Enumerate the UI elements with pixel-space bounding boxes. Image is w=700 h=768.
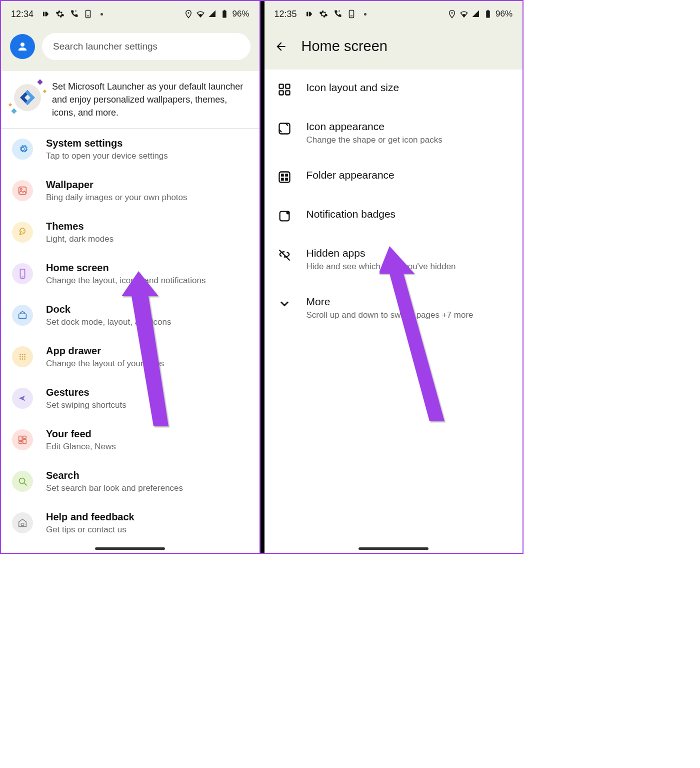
item-subtitle: Tap to open your device settings — [46, 151, 248, 161]
svg-point-47 — [286, 211, 290, 215]
svg-rect-26 — [19, 442, 22, 444]
svg-rect-4 — [223, 11, 227, 18]
status-icon — [305, 10, 314, 19]
svg-rect-45 — [285, 178, 288, 181]
home-screen-item[interactable]: Folder appearance — [264, 157, 523, 196]
settings-item[interactable]: App drawer Change the layout of your app… — [1, 336, 260, 378]
svg-rect-36 — [279, 85, 283, 89]
sparkle-icon — [11, 108, 16, 114]
svg-rect-24 — [23, 436, 26, 439]
gesture-handle[interactable] — [358, 547, 428, 550]
location-icon — [448, 10, 456, 19]
svg-point-21 — [22, 358, 24, 360]
signal-icon — [472, 10, 480, 19]
home-screen-item[interactable]: More Scroll up and down to switch pages … — [264, 284, 523, 332]
item-icon — [12, 471, 33, 492]
status-icon — [42, 10, 50, 19]
svg-rect-42 — [281, 174, 284, 177]
home-screen-list[interactable]: Icon layout and size Icon appearance Cha… — [264, 70, 523, 553]
profile-avatar[interactable] — [10, 34, 35, 59]
status-bar: 12:34 96% — [1, 1, 260, 27]
back-arrow-icon[interactable] — [274, 40, 288, 53]
svg-point-8 — [21, 231, 22, 232]
item-title: Your feed — [46, 428, 248, 440]
status-dot — [364, 13, 366, 16]
svg-rect-44 — [281, 178, 284, 181]
item-title: Wallpaper — [46, 179, 248, 191]
wifi-icon — [460, 10, 468, 19]
item-title: App drawer — [46, 345, 248, 357]
svg-rect-5 — [224, 10, 226, 11]
item-subtitle: Scroll up and down to switch pages +7 mo… — [306, 310, 474, 320]
phone-status-icon — [333, 10, 342, 19]
item-icon — [12, 429, 33, 450]
gesture-handle[interactable] — [95, 547, 165, 550]
svg-rect-34 — [486, 11, 490, 18]
item-icon — [278, 297, 292, 311]
svg-rect-39 — [286, 91, 290, 95]
item-icon — [12, 139, 33, 160]
settings-item[interactable]: Wallpaper Bing daily images or your own … — [1, 170, 260, 212]
svg-point-22 — [24, 358, 26, 360]
item-title: Dock — [46, 304, 248, 315]
settings-item[interactable]: Your feed Edit Glance, News — [1, 419, 260, 461]
screenshot-divider — [260, 1, 264, 553]
svg-rect-30 — [306, 12, 308, 17]
svg-rect-29 — [21, 523, 24, 526]
settings-item[interactable]: Themes Light, dark modes — [1, 212, 260, 253]
svg-point-16 — [24, 354, 26, 355]
status-bar: 12:35 96% — [264, 1, 523, 27]
sparkle-icon — [43, 90, 46, 93]
settings-item[interactable]: System settings Tap to open your device … — [1, 129, 260, 170]
sparkle-icon — [8, 103, 12, 107]
svg-rect-43 — [285, 174, 288, 177]
svg-rect-6 — [19, 187, 26, 195]
item-title: Notification badges — [306, 208, 396, 220]
svg-point-33 — [451, 12, 452, 14]
svg-rect-23 — [19, 436, 22, 441]
item-subtitle: Light, dark modes — [46, 234, 248, 244]
svg-rect-41 — [279, 172, 290, 183]
home-screen-item[interactable]: Hidden apps Hide and see which ones you'… — [264, 235, 523, 284]
settings-item[interactable]: Dock Set dock mode, layout, and icons — [1, 295, 260, 336]
home-screen-item[interactable]: Icon appearance Change the shape or get … — [264, 109, 523, 157]
device-status-icon — [347, 10, 356, 19]
settings-list[interactable]: System settings Tap to open your device … — [1, 129, 260, 553]
item-icon — [278, 209, 292, 223]
item-title: Search — [46, 470, 248, 481]
settings-status-icon — [319, 10, 328, 19]
item-title: Home screen — [46, 262, 248, 274]
item-subtitle: Change the shape or get icon packs — [306, 135, 442, 145]
search-input[interactable]: Search launcher settings — [42, 33, 250, 60]
settings-item[interactable]: Search Set search bar look and preferenc… — [1, 461, 260, 502]
home-screen-item[interactable]: Notification badges — [264, 196, 523, 235]
item-subtitle: Set swiping shortcuts — [46, 400, 248, 410]
item-title: Help and feedback — [46, 511, 248, 523]
launcher-banner[interactable]: Set Microsoft Launcher as your default l… — [1, 71, 260, 129]
page-header: Home screen — [264, 27, 523, 70]
settings-status-icon — [56, 10, 64, 19]
item-title: Icon appearance — [306, 121, 442, 133]
settings-item[interactable]: Home screen Change the layout, icons, an… — [1, 253, 260, 295]
item-title: Themes — [46, 221, 248, 232]
svg-point-9 — [23, 231, 24, 232]
status-time: 12:34 — [11, 9, 34, 20]
phone-screenshot-2: 12:35 96% Home screen Icon layout and si… — [264, 1, 523, 553]
svg-point-15 — [22, 354, 24, 355]
item-icon — [12, 512, 33, 533]
phone-status-icon — [70, 10, 78, 19]
status-dot — [100, 13, 103, 16]
settings-item[interactable]: Help and feedback Get tips or contact us — [1, 502, 260, 544]
svg-point-17 — [20, 356, 21, 358]
location-icon — [184, 10, 193, 19]
microsoft-launcher-logo — [14, 84, 41, 111]
home-screen-item[interactable]: Icon layout and size — [264, 70, 523, 109]
logo-wrap — [10, 80, 45, 115]
item-subtitle: Change the layout, icons, and notificati… — [46, 276, 248, 286]
item-subtitle: Set dock mode, layout, and icons — [46, 317, 248, 327]
settings-item[interactable]: Gestures Set swiping shortcuts — [1, 378, 260, 419]
person-icon — [16, 41, 28, 53]
phone-screenshot-1: 12:34 96% Search launcher settings — [1, 1, 260, 553]
svg-rect-40 — [279, 124, 290, 134]
item-icon — [278, 170, 292, 184]
